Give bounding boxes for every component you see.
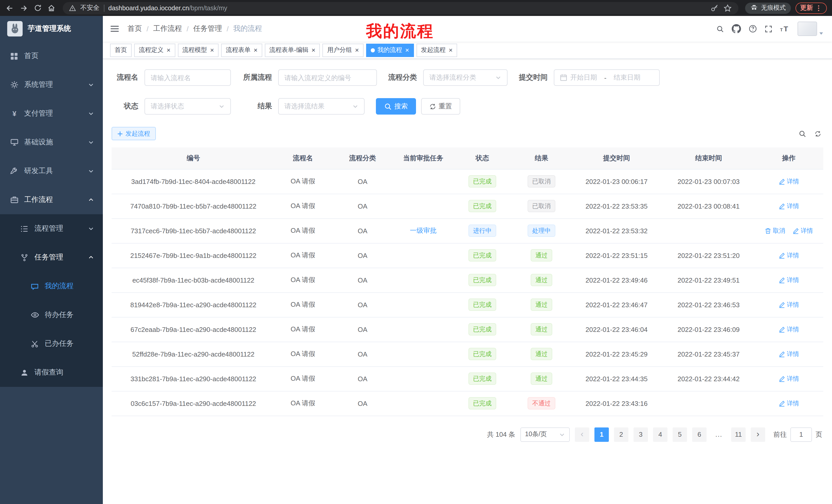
- process-key-input[interactable]: [278, 69, 377, 86]
- table-row: 67c2eaab-7b9a-11ec-a290-acde48001122OA 请…: [111, 317, 823, 342]
- close-icon[interactable]: ×: [166, 47, 171, 53]
- table-refresh-icon[interactable]: [814, 130, 821, 137]
- sidebar-item-infrastructure[interactable]: 基础设施: [0, 128, 103, 157]
- sidebar-item-workflow[interactable]: 工作流程: [0, 186, 103, 214]
- tab-流程模型[interactable]: 流程模型×: [178, 44, 218, 57]
- process-name-input[interactable]: [145, 69, 231, 86]
- cancel-link[interactable]: 取消: [765, 226, 785, 235]
- tab-用户分组[interactable]: 用户分组×: [323, 44, 364, 57]
- security-label[interactable]: 不安全: [80, 4, 100, 12]
- page-button-5[interactable]: 5: [673, 427, 687, 442]
- status-tag: 已完成: [468, 299, 496, 311]
- detail-link[interactable]: 详情: [779, 349, 799, 358]
- sidebar-item-task-management[interactable]: 任务管理: [0, 243, 103, 272]
- tab-label: 发起流程: [421, 46, 446, 54]
- breadcrumb-item[interactable]: 任务管理: [193, 24, 222, 33]
- breadcrumb-item[interactable]: 首页: [128, 24, 142, 33]
- cell-id: 7470a810-7b9b-11ec-b5b7-acde48001122: [111, 194, 275, 218]
- bookmark-star-icon[interactable]: [723, 3, 732, 12]
- create-process-button[interactable]: 发起流程: [111, 127, 156, 140]
- tab-流程表单[interactable]: 流程表单×: [221, 44, 262, 57]
- fullscreen-icon[interactable]: [765, 25, 772, 33]
- page-button-3[interactable]: 3: [633, 427, 648, 442]
- sidebar-item-process-management[interactable]: 流程管理: [0, 214, 103, 243]
- close-icon[interactable]: ×: [355, 47, 359, 53]
- goto-page-input[interactable]: [790, 427, 812, 442]
- url-text: dashboard.yudao.iocoder.cn/bpm/task/my: [108, 4, 227, 11]
- detail-link[interactable]: 详情: [779, 399, 799, 408]
- page-button-11[interactable]: 11: [731, 427, 746, 442]
- close-icon[interactable]: ×: [254, 47, 257, 53]
- password-key-icon[interactable]: [710, 3, 719, 12]
- browser-forward-icon[interactable]: [19, 3, 28, 12]
- table-search-icon[interactable]: [799, 130, 806, 137]
- search-button[interactable]: 搜索: [376, 98, 416, 115]
- sidebar-item-system-management[interactable]: 系统管理: [0, 71, 103, 99]
- cell-status: 已完成: [452, 243, 513, 268]
- current-task-link[interactable]: 一级审批: [410, 227, 437, 234]
- close-icon[interactable]: ×: [312, 47, 315, 53]
- table-row: 819442e8-7b9a-11ec-a290-acde48001122OA 请…: [111, 292, 823, 317]
- category-select[interactable]: 请选择流程分类: [423, 69, 508, 86]
- browser-back-icon[interactable]: [5, 3, 15, 12]
- address-bar[interactable]: 不安全 dashboard.yudao.iocoder.cn/bpm/task/…: [63, 2, 738, 14]
- page-button-6[interactable]: 6: [692, 427, 706, 442]
- close-icon[interactable]: ×: [210, 47, 214, 53]
- avatar[interactable]: [798, 22, 824, 36]
- update-button[interactable]: 更新: [796, 2, 827, 13]
- status-select[interactable]: 请选择状态: [145, 98, 231, 115]
- prev-page-button[interactable]: ‹: [575, 427, 589, 442]
- cell-actions: 详情: [754, 366, 823, 391]
- sidebar-item-home[interactable]: 首页: [0, 41, 103, 71]
- detail-link[interactable]: 详情: [779, 251, 799, 260]
- hamburger-icon[interactable]: [110, 24, 119, 33]
- detail-link[interactable]: 详情: [779, 276, 799, 284]
- fontsize-icon[interactable]: TT: [780, 25, 790, 33]
- close-icon[interactable]: ×: [449, 47, 452, 53]
- result-select[interactable]: 请选择流结果: [278, 98, 365, 115]
- tab-流程表单-编辑[interactable]: 流程表单-编辑×: [265, 44, 320, 57]
- page-button-1[interactable]: 1: [594, 427, 609, 442]
- browser-home-icon[interactable]: [47, 3, 56, 12]
- tab-首页[interactable]: 首页: [110, 44, 132, 57]
- filter-row-2: 状态 请选择状态 结果 请选择流结果: [111, 98, 823, 115]
- sidebar-item-done-task[interactable]: 已办任务: [0, 329, 103, 358]
- plus-icon: [117, 131, 123, 136]
- detail-link[interactable]: 详情: [779, 177, 799, 186]
- github-icon[interactable]: [732, 24, 741, 33]
- page-button-4[interactable]: 4: [653, 427, 668, 442]
- incognito-icon: [750, 4, 758, 12]
- sidebar-item-dev-tools[interactable]: 研发工具: [0, 157, 103, 186]
- screen: 不安全 dashboard.yudao.iocoder.cn/bpm/task/…: [0, 0, 832, 504]
- breadcrumb-item[interactable]: 工作流程: [153, 24, 182, 33]
- menu-dots-icon[interactable]: [815, 4, 822, 11]
- app-logo: 芋道管理系统: [0, 16, 103, 41]
- app-title: 芋道管理系统: [28, 24, 71, 33]
- help-icon[interactable]: [749, 25, 757, 33]
- cell-category: OA: [331, 391, 394, 416]
- reset-button[interactable]: 重置: [421, 98, 460, 115]
- cell-submit-time: 2022-01-22 23:45:29: [570, 342, 663, 366]
- detail-link[interactable]: 详情: [792, 226, 813, 235]
- close-icon[interactable]: ×: [405, 47, 409, 53]
- tab-发起流程[interactable]: 发起流程×: [416, 44, 457, 57]
- page-ellipsis[interactable]: ...: [712, 427, 726, 442]
- page-button-2[interactable]: 2: [614, 427, 628, 442]
- search-icon[interactable]: [716, 25, 724, 33]
- search-icon: [384, 103, 392, 110]
- tab-流程定义[interactable]: 流程定义×: [134, 44, 175, 57]
- sidebar-item-leave-query[interactable]: 请假查询: [0, 358, 103, 387]
- detail-link[interactable]: 详情: [779, 202, 799, 211]
- submit-time-range-input[interactable]: 开始日期 - 结束日期: [554, 69, 660, 86]
- detail-link[interactable]: 详情: [779, 325, 799, 334]
- sidebar-item-payment-management[interactable]: ¥支付管理: [0, 99, 103, 128]
- detail-link[interactable]: 详情: [779, 300, 799, 309]
- sidebar-item-todo-task[interactable]: 待办任务: [0, 301, 103, 329]
- sidebar-item-my-process[interactable]: 我的流程: [0, 272, 103, 301]
- cell-actions: 详情: [754, 342, 823, 366]
- browser-reload-icon[interactable]: [33, 3, 42, 12]
- next-page-button[interactable]: ›: [751, 427, 765, 442]
- detail-link[interactable]: 详情: [779, 374, 799, 383]
- tab-我的流程[interactable]: 我的流程×: [366, 44, 414, 57]
- page-size-select[interactable]: 10条/页: [520, 427, 570, 442]
